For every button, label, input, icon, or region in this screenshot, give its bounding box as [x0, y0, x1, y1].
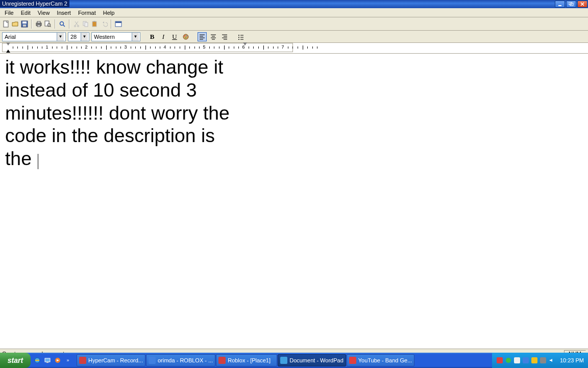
quick-launch-ie[interactable] [33, 355, 42, 366]
menu-help[interactable]: Help [100, 9, 118, 16]
ruler-number: 4 [163, 44, 166, 50]
datetime-button[interactable] [114, 20, 122, 28]
print-preview-icon [44, 20, 52, 28]
svg-rect-37 [540, 357, 546, 363]
desktop-icon [44, 357, 51, 364]
app-icon [79, 357, 86, 364]
quick-launch-desktop[interactable] [43, 355, 52, 366]
script-combo[interactable]: ▼ [91, 32, 140, 41]
svg-rect-9 [37, 25, 40, 27]
cut-button[interactable] [72, 20, 81, 28]
align-center-button[interactable] [209, 32, 218, 41]
svg-point-26 [238, 37, 239, 38]
taskbar-item[interactable]: YouTube - Band Ge... [347, 354, 415, 366]
svg-rect-34 [514, 357, 520, 363]
ruler-number: 6 [242, 44, 244, 50]
tray-icon-1[interactable] [496, 357, 503, 364]
menu-file[interactable]: File [1, 9, 17, 16]
ruler-number: 7 [281, 44, 284, 50]
align-left-icon [199, 34, 205, 40]
menu-insert[interactable]: Insert [53, 9, 75, 16]
ruler-number: 2 [85, 44, 87, 50]
undo-button[interactable] [100, 20, 108, 28]
print-preview-button[interactable] [44, 20, 52, 28]
system-tray: 10:23 PM [492, 353, 588, 368]
tray-volume-icon[interactable] [548, 357, 555, 364]
close-button[interactable] [577, 1, 587, 8]
align-right-icon [222, 34, 228, 40]
font-name-input[interactable] [3, 33, 57, 41]
svg-point-12 [60, 21, 64, 25]
align-left-button[interactable] [198, 32, 207, 41]
font-size-combo[interactable]: ▼ [68, 32, 89, 41]
start-button[interactable]: start [0, 353, 31, 368]
document-area[interactable]: it works!!!! know change it instead of 1… [0, 53, 588, 350]
left-tab-marker[interactable] [6, 50, 10, 53]
maximize-button[interactable] [566, 1, 576, 8]
menu-edit[interactable]: Edit [17, 9, 34, 16]
svg-rect-3 [4, 21, 8, 27]
tray-icon-3[interactable] [513, 357, 521, 364]
svg-point-22 [184, 35, 185, 36]
print-button[interactable] [35, 20, 43, 28]
svg-rect-29 [45, 358, 50, 362]
taskbar-clock[interactable]: 10:23 PM [560, 357, 584, 363]
bold-button[interactable]: B [148, 32, 157, 41]
underline-button[interactable]: U [170, 32, 179, 41]
tray-icon-6[interactable] [540, 357, 547, 364]
quick-launch-more[interactable]: » [63, 355, 72, 366]
new-document-button[interactable] [2, 20, 10, 28]
document-text[interactable]: it works!!!! know change it instead of 1… [0, 54, 240, 172]
taskbar: start » HyperCam - Record...orimda - ROB… [0, 353, 588, 368]
svg-rect-8 [37, 21, 40, 23]
ruler[interactable]: 1234567 [2, 43, 293, 52]
save-button[interactable] [20, 20, 29, 28]
tray-icon-4[interactable] [522, 357, 529, 364]
color-button[interactable] [181, 32, 190, 41]
menu-format[interactable]: Format [75, 9, 100, 16]
chevron-down-icon[interactable]: ▼ [57, 33, 64, 41]
script-input[interactable] [92, 33, 132, 41]
tray-icon-5[interactable] [531, 357, 538, 364]
app-titlebar [0, 0, 588, 8]
paste-icon [91, 20, 99, 28]
tray-icon-2[interactable] [505, 357, 512, 364]
ruler-number: 1 [45, 44, 48, 50]
minimize-button[interactable] [555, 1, 565, 8]
app-icon [349, 357, 356, 364]
taskbar-item[interactable]: orimda - ROBLOX - ... [146, 354, 215, 366]
quick-launch-media[interactable] [53, 355, 62, 366]
svg-rect-30 [46, 362, 48, 363]
align-right-button[interactable] [220, 32, 229, 41]
taskbar-item-label: HyperCam - Record... [88, 357, 143, 363]
font-size-input[interactable] [68, 33, 81, 41]
italic-button[interactable]: I [159, 32, 168, 41]
chevron-down-icon[interactable]: ▼ [81, 33, 88, 41]
ruler-number: 5 [203, 44, 205, 50]
svg-rect-0 [558, 5, 561, 6]
svg-rect-16 [85, 22, 88, 27]
taskbar-item[interactable]: Document - WordPad [278, 354, 346, 366]
svg-rect-32 [497, 357, 503, 363]
taskbar-item[interactable]: HyperCam - Record... [77, 354, 145, 366]
hypercam-overlay: Unregistered HyperCam 2 [0, 0, 69, 7]
svg-rect-17 [92, 21, 96, 27]
bullets-button[interactable] [236, 32, 246, 41]
cut-icon [73, 20, 80, 28]
toolbar [0, 17, 588, 31]
media-icon [54, 357, 61, 364]
first-line-indent-marker[interactable] [6, 42, 10, 45]
svg-point-27 [238, 39, 239, 40]
color-palette-icon [182, 33, 189, 40]
svg-rect-18 [93, 21, 95, 22]
paste-button[interactable] [91, 20, 99, 28]
volume-icon [549, 357, 555, 363]
taskbar-item-label: YouTube - Band Ge... [358, 357, 412, 363]
menu-view[interactable]: View [34, 9, 54, 16]
font-name-combo[interactable]: ▼ [2, 32, 66, 41]
taskbar-item[interactable]: Roblox - [Place1] [216, 354, 277, 366]
find-button[interactable] [58, 20, 66, 28]
chevron-down-icon[interactable]: ▼ [132, 33, 139, 41]
copy-button[interactable] [82, 20, 90, 28]
open-button[interactable] [11, 20, 19, 28]
